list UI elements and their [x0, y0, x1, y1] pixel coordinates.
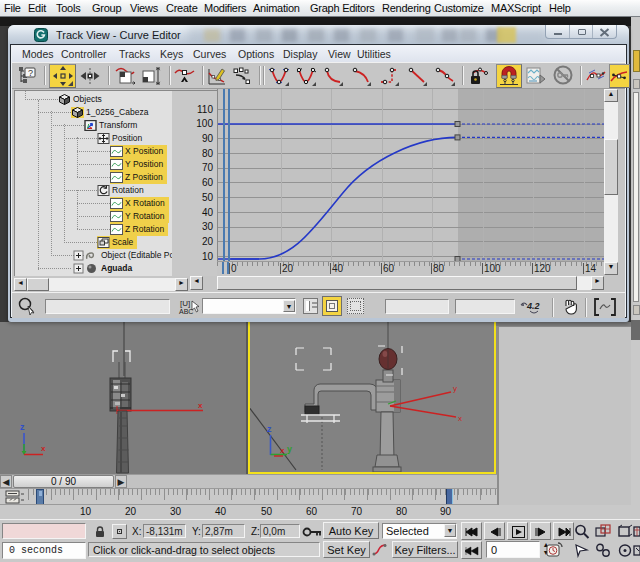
svg-text:[U]: [U]: [180, 299, 190, 308]
svg-text:x: x: [198, 401, 203, 410]
svg-text:z: z: [20, 422, 25, 432]
svg-text:x: x: [458, 414, 462, 423]
svg-text:z: z: [267, 424, 272, 434]
svg-text:x: x: [41, 444, 46, 453]
svg-text:x: x: [280, 446, 285, 455]
svg-text:ABC: ABC: [179, 308, 193, 315]
svg-text:y: y: [287, 444, 292, 454]
svg-text:y: y: [453, 384, 457, 393]
svg-text:4.2: 4.2: [526, 301, 540, 311]
